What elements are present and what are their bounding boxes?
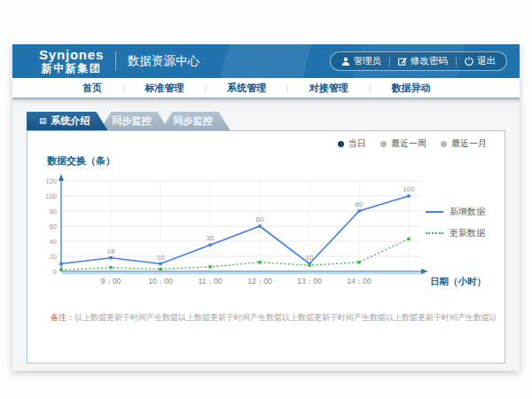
- svg-text:9：00: 9：00: [101, 277, 121, 286]
- footnote-label: 备注：: [51, 313, 74, 322]
- logout-label: 退出: [477, 55, 496, 67]
- svg-text:11：00: 11：00: [199, 277, 223, 286]
- legend-item-new-data: 新增数据: [426, 206, 485, 218]
- radio-dot[interactable]: [380, 141, 387, 147]
- dotted-line-swatch: [426, 232, 443, 234]
- radio-dot[interactable]: [441, 141, 447, 147]
- brand-logo: Synjones 新中新集团: [39, 48, 104, 74]
- svg-text:20: 20: [50, 253, 57, 261]
- svg-text:10: 10: [157, 254, 165, 262]
- svg-text:13：00: 13：00: [297, 277, 322, 286]
- y-axis-title: 数据交换（条）: [47, 154, 115, 168]
- main-nav: 首页 | 标准管理 | 系统管理 | 对接管理 | 数据异动: [12, 78, 520, 99]
- svg-text:100: 100: [403, 185, 415, 193]
- svg-text:10：00: 10：00: [148, 277, 173, 286]
- logout-button[interactable]: 退出: [457, 55, 504, 67]
- tab-label: 同步监控: [113, 114, 152, 128]
- radio-dot[interactable]: [338, 141, 344, 147]
- svg-text:80: 80: [50, 207, 57, 215]
- edit-icon: [398, 57, 407, 66]
- page-title: 数据资源中心: [128, 53, 200, 69]
- change-password-label: 修改密码: [411, 55, 448, 67]
- svg-text:100: 100: [45, 192, 57, 200]
- legend-item-update-data: 更新数据: [426, 227, 485, 239]
- radio-label: 当日: [348, 137, 366, 150]
- svg-text:40: 40: [50, 238, 57, 246]
- svg-text:60: 60: [50, 223, 57, 231]
- content-area: ▤ 系统介绍 同步监控 同步监控 当日 最近一周: [12, 99, 520, 371]
- svg-text:80: 80: [356, 200, 364, 208]
- svg-text:60: 60: [256, 215, 264, 223]
- page-card: Synjones 新中新集团 数据资源中心 管理员 修改密码: [12, 44, 520, 371]
- nav-item-interface-management[interactable]: 对接管理: [289, 82, 369, 95]
- nav-item-standard-management[interactable]: 标准管理: [125, 82, 205, 95]
- tab-sync-monitor-2[interactable]: 同步监控: [161, 112, 231, 130]
- brand-logo-subtext: 新中新集团: [39, 63, 104, 74]
- svg-text:0: 0: [53, 268, 57, 276]
- current-user-label: 管理员: [354, 55, 382, 67]
- radio-label: 最近一周: [391, 137, 426, 150]
- legend-label: 新增数据: [450, 206, 485, 218]
- radio-last-week[interactable]: 最近一周: [380, 137, 426, 150]
- svg-text:35: 35: [207, 234, 215, 242]
- footnote-text: 以上数据更新于时间产生数据以上数据更新于时间产生数据以上数据更新于时间产生数据以…: [74, 313, 496, 322]
- nav-item-system-management[interactable]: 系统管理: [207, 82, 286, 95]
- brand-logo-text: Synjones: [39, 48, 104, 63]
- footnote: 备注：以上数据更新于时间产生数据以上数据更新于时间产生数据以上数据更新于时间产生…: [51, 312, 496, 324]
- radio-label: 最近一月: [451, 137, 487, 150]
- radio-last-month[interactable]: 最近一月: [441, 137, 487, 150]
- current-user-button[interactable]: 管理员: [333, 55, 390, 67]
- power-icon: [465, 57, 473, 66]
- chart-legend: 新增数据 更新数据: [424, 204, 487, 241]
- svg-text:18: 18: [107, 247, 115, 255]
- app-header: Synjones 新中新集团 数据资源中心 管理员 修改密码: [12, 44, 520, 78]
- x-axis-title: 日期（小时）: [430, 276, 486, 287]
- user-icon: [341, 57, 350, 66]
- change-password-button[interactable]: 修改密码: [390, 55, 456, 67]
- solid-line-swatch: [426, 211, 443, 213]
- svg-text:120: 120: [45, 177, 57, 185]
- radio-today[interactable]: 当日: [338, 137, 366, 150]
- document-icon: ▤: [39, 117, 47, 125]
- tab-label: 系统介绍: [51, 114, 90, 128]
- svg-text:10: 10: [306, 254, 314, 262]
- title-divider: [115, 51, 116, 71]
- chart-panel: 当日 最近一周 最近一月 数据交换（条） 日期（小时） 020406080100…: [27, 130, 505, 364]
- tab-system-intro[interactable]: ▤ 系统介绍: [27, 112, 108, 130]
- legend-label: 更新数据: [450, 227, 485, 239]
- svg-text:12：00: 12：00: [247, 277, 272, 286]
- tab-bar: ▤ 系统介绍 同步监控 同步监控: [12, 99, 520, 130]
- tab-sync-monitor-1[interactable]: 同步监控: [100, 112, 169, 130]
- nav-item-home[interactable]: 首页: [62, 82, 122, 95]
- svg-text:14：00: 14：00: [347, 277, 372, 286]
- range-filter-group: 当日 最近一周 最近一月: [338, 137, 487, 150]
- nav-item-data-change[interactable]: 数据异动: [371, 82, 450, 95]
- user-toolbar: 管理员 修改密码 退出: [330, 51, 508, 71]
- tab-label: 同步监控: [174, 114, 213, 128]
